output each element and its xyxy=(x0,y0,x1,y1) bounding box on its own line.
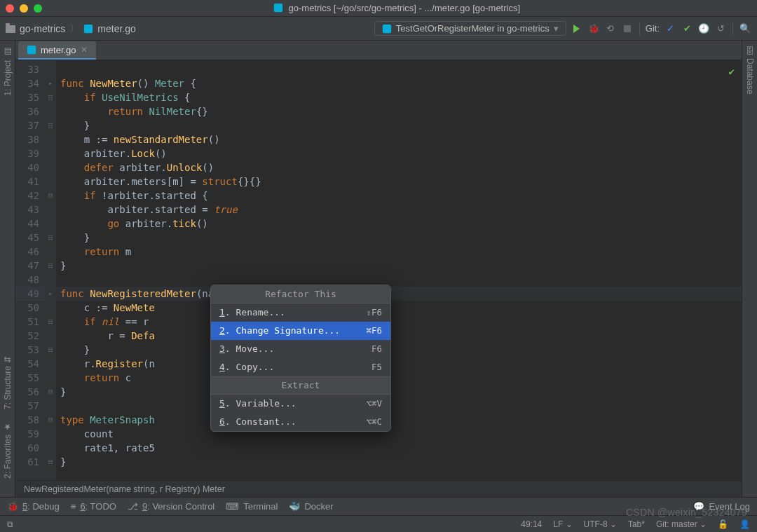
docker-tool-button[interactable]: 🐳Docker xyxy=(289,501,333,512)
history-button[interactable]: 🕘 xyxy=(697,22,710,35)
svg-rect-2 xyxy=(383,24,391,32)
search-everywhere-button[interactable]: 🔍 xyxy=(739,22,751,35)
stop-button[interactable] xyxy=(621,22,634,35)
run-button[interactable] xyxy=(571,22,583,35)
editor-tab-label: meter.go xyxy=(41,45,76,55)
list-icon: ≡ xyxy=(71,501,76,512)
chevron-right-icon: 〉 xyxy=(69,22,79,35)
go-file-icon xyxy=(83,24,93,34)
structure-tool-button[interactable]: 7: Structure ⇵ xyxy=(3,356,13,409)
structure-icon: ⇵ xyxy=(3,356,13,363)
readonly-toggle-icon[interactable]: 🔓 xyxy=(718,519,728,529)
fold-gutter[interactable]: ▸⊟⊟⊟⊟⊟▸⊟⊟⊟⊟⊟ xyxy=(45,60,56,480)
debug-tool-button[interactable]: 🐞55: Debug: Debug xyxy=(7,501,60,512)
close-window-icon[interactable] xyxy=(6,4,14,13)
version-control-tool-button[interactable]: ⎇9: Version Control xyxy=(128,501,214,512)
file-encoding[interactable]: UTF-8 ⌄ xyxy=(584,519,617,529)
git-branch[interactable]: Git: master ⌄ xyxy=(656,519,707,529)
zoom-window-icon[interactable] xyxy=(34,4,42,13)
popup-section-header: Extract xyxy=(211,376,390,395)
git-label: Git: xyxy=(646,23,660,34)
refactor-item-rename[interactable]: 1. Rename...⇧F6 xyxy=(211,303,390,322)
go-file-icon xyxy=(27,45,36,55)
gopher-icon xyxy=(382,24,392,34)
bug-icon: 🐞 xyxy=(7,501,18,512)
navigation-toolbar: go-metrics 〉 meter.go TestGetOrRegisterM… xyxy=(0,17,757,41)
project-tool-button[interactable]: 1: Project ▤ xyxy=(2,46,13,96)
refactor-item-variable[interactable]: 5. Variable...⌥⌘V xyxy=(211,395,390,413)
minimize-window-icon[interactable] xyxy=(20,4,28,13)
svg-rect-1 xyxy=(84,24,93,32)
refactor-this-popup: Refactor This 1. Rename...⇧F62. Change S… xyxy=(210,285,391,432)
watermark: CSDN @weixin_52324079 xyxy=(626,507,747,518)
run-with-coverage-button[interactable]: ⟲ xyxy=(604,22,617,35)
database-icon: 🗄 xyxy=(745,46,755,55)
refactor-item-copy[interactable]: 4. Copy...F5 xyxy=(211,358,390,376)
tool-window-toggle-icon[interactable]: ⧉ xyxy=(7,519,13,529)
close-tab-icon[interactable]: ✕ xyxy=(81,45,88,55)
caret-position[interactable]: 49:14 xyxy=(521,519,542,529)
indent-setting[interactable]: Tab* xyxy=(628,519,645,529)
breadcrumb-project[interactable]: go-metrics xyxy=(20,23,65,34)
code-editor[interactable]: ✔ 33343536373839404142434445464748495051… xyxy=(15,60,742,480)
breadcrumb-file[interactable]: meter.go xyxy=(97,23,135,34)
folder-icon xyxy=(6,25,15,33)
line-number-gutter: 3334353637383940414243444546474849505152… xyxy=(15,60,45,480)
svg-rect-0 xyxy=(274,4,282,12)
svg-rect-3 xyxy=(27,46,36,54)
refactor-item-move[interactable]: 3. Move...F6 xyxy=(211,340,390,358)
run-configuration-selector[interactable]: TestGetOrRegisterMeter in go-metrics ▾ xyxy=(374,21,566,36)
star-icon: ★ xyxy=(3,422,13,432)
right-tool-stripe: 🗄 Database xyxy=(742,41,757,497)
editor-tabs: meter.go ✕ xyxy=(15,41,742,60)
editor-tab-meter[interactable]: meter.go ✕ xyxy=(18,41,96,60)
docker-icon: 🐳 xyxy=(289,501,300,512)
terminal-tool-button[interactable]: ⌨Terminal xyxy=(226,501,278,512)
todo-tool-button[interactable]: ≡6: TODO xyxy=(71,501,116,512)
memory-indicator-icon[interactable]: 👤 xyxy=(739,519,750,529)
editor-breadcrumb[interactable]: NewRegisteredMeter(name string, r Regist… xyxy=(15,480,742,497)
revert-button[interactable]: ↺ xyxy=(714,22,727,35)
git-commit-button[interactable]: ✔ xyxy=(681,22,693,35)
terminal-icon: ⌨ xyxy=(226,501,239,512)
refactor-item-change-signature[interactable]: 2. Change Signature...⌘F6 xyxy=(211,322,390,340)
favorites-tool-button[interactable]: 2: Favorites ★ xyxy=(3,422,13,479)
window-titlebar: go-metrics [~/go/src/go-metrics] - .../m… xyxy=(0,0,757,17)
chevron-down-icon: ▾ xyxy=(554,23,559,34)
refactor-item-constant[interactable]: 6. Constant...⌥⌘C xyxy=(211,413,390,431)
branch-icon: ⎇ xyxy=(128,501,138,512)
debug-button[interactable]: 🐞 xyxy=(587,22,600,35)
window-title: go-metrics [~/go/src/go-metrics] - .../m… xyxy=(42,3,751,13)
project-icon: ▤ xyxy=(2,46,13,57)
line-separator[interactable]: LF ⌄ xyxy=(553,519,572,529)
git-update-button[interactable]: ✓ xyxy=(664,22,676,35)
database-tool-button[interactable]: 🗄 Database xyxy=(745,46,755,94)
left-tool-stripe: 1: Project ▤ 7: Structure ⇵ 2: Favorites… xyxy=(0,41,15,497)
popup-title: Refactor This xyxy=(211,285,390,303)
